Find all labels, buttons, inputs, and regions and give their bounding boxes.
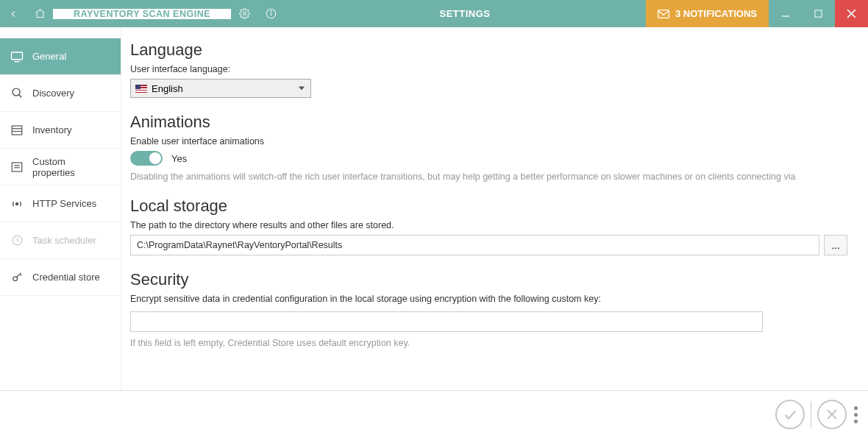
storage-path-input[interactable]	[130, 235, 819, 255]
sidebar-item-label: Inventory	[32, 124, 71, 135]
titlebar-left: RAYVENTORY SCAN ENGINE	[0, 0, 284, 27]
maximize-button[interactable]	[802, 0, 835, 27]
sidebar-item-label: Credential store	[32, 272, 100, 283]
search-icon	[10, 87, 24, 100]
security-key-input[interactable]	[130, 311, 763, 332]
key-icon	[10, 271, 24, 284]
signal-icon	[10, 197, 24, 211]
security-hint: If this field is left empty, Credential …	[130, 338, 847, 348]
language-label: User interface language:	[130, 64, 847, 74]
notifications-button[interactable]: 3 NOTIFICATIONS	[646, 0, 769, 27]
svg-rect-4	[658, 10, 669, 18]
active-tab[interactable]: RAYVENTORY SCAN ENGINE	[53, 9, 231, 19]
storage-heading: Local storage	[130, 197, 847, 216]
sidebar-item-credential-store[interactable]: Credential store	[0, 259, 121, 296]
language-select[interactable]: English	[130, 79, 311, 98]
page-title: SETTINGS	[284, 0, 646, 27]
sidebar-item-label: General	[32, 51, 66, 62]
notifications-label: 3 NOTIFICATIONS	[675, 8, 757, 19]
titlebar-right: 3 NOTIFICATIONS	[646, 0, 868, 27]
section-security: Security Encrypt sensitive data in crede…	[130, 270, 847, 348]
flag-us-icon	[135, 85, 147, 93]
svg-rect-13	[12, 126, 22, 135]
language-heading: Language	[130, 40, 847, 60]
info-button[interactable]	[257, 8, 284, 19]
svg-point-3	[271, 11, 271, 12]
animations-heading: Animations	[130, 113, 847, 132]
svg-point-11	[13, 88, 20, 96]
content: Language User interface language: Englis…	[121, 27, 868, 390]
animations-toggle[interactable]	[130, 151, 163, 166]
section-language: Language User interface language: Englis…	[130, 40, 847, 98]
app-name: RAYVENTORY SCAN ENGINE	[74, 9, 210, 19]
properties-icon	[10, 160, 24, 174]
section-local-storage: Local storage The path to the directory …	[130, 197, 847, 255]
sidebar-item-inventory[interactable]: Inventory	[0, 112, 121, 149]
sidebar-item-label: Custom properties	[32, 156, 110, 178]
animations-hint: Disabling the animations will switch-off…	[130, 172, 847, 182]
clock-icon	[10, 234, 24, 247]
sidebar-item-label: Task scheduler	[32, 235, 96, 246]
sidebar-item-custom-properties[interactable]: Custom properties	[0, 149, 121, 186]
svg-rect-16	[12, 163, 22, 172]
browse-button[interactable]: ...	[824, 235, 847, 255]
language-selected: English	[152, 83, 183, 94]
footer	[0, 390, 868, 438]
sidebar: General Discovery Inventory Custom prope…	[0, 27, 121, 390]
svg-point-21	[13, 277, 17, 281]
inventory-icon	[10, 124, 24, 137]
footer-divider	[811, 401, 811, 428]
svg-rect-9	[12, 52, 23, 60]
section-animations: Animations Enable user interface animati…	[130, 113, 847, 182]
security-heading: Security	[130, 270, 847, 289]
body: General Discovery Inventory Custom prope…	[0, 27, 868, 390]
sidebar-item-label: HTTP Services	[32, 198, 96, 209]
back-button[interactable]	[0, 9, 26, 19]
close-button[interactable]	[835, 0, 868, 27]
animations-value: Yes	[171, 153, 187, 164]
mail-icon	[658, 10, 669, 18]
apply-button[interactable]	[775, 400, 805, 429]
monitor-icon	[10, 50, 24, 63]
home-button[interactable]	[26, 8, 53, 19]
storage-label: The path to the directory where results …	[130, 220, 847, 230]
settings-gear-button[interactable]	[231, 8, 257, 19]
sidebar-item-label: Discovery	[32, 88, 74, 99]
check-icon	[782, 406, 798, 423]
sidebar-item-discovery[interactable]: Discovery	[0, 75, 121, 112]
sidebar-item-task-scheduler[interactable]: Task scheduler	[0, 222, 121, 259]
svg-rect-6	[815, 10, 822, 17]
svg-line-12	[18, 95, 21, 98]
svg-point-0	[243, 13, 246, 15]
more-button[interactable]	[850, 406, 862, 423]
animations-label: Enable user interface animations	[130, 136, 847, 146]
sidebar-item-http-services[interactable]: HTTP Services	[0, 186, 121, 222]
titlebar: RAYVENTORY SCAN ENGINE SETTINGS 3 NOTIFI…	[0, 0, 868, 27]
minimize-button[interactable]	[769, 0, 802, 27]
sidebar-item-general[interactable]: General	[0, 38, 121, 75]
close-icon	[825, 408, 839, 421]
cancel-button[interactable]	[817, 400, 847, 429]
security-label: Encrypt sensitive data in credential con…	[130, 294, 847, 304]
svg-point-19	[16, 202, 18, 205]
